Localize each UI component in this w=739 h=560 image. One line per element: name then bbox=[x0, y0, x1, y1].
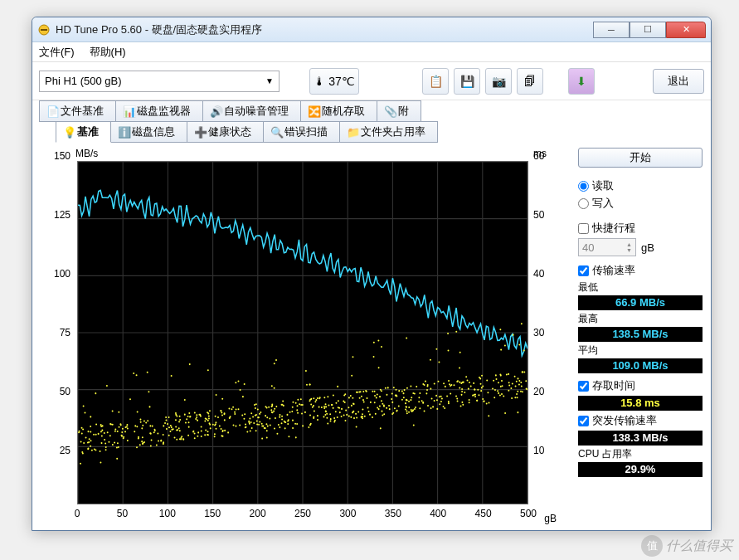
svg-point-252 bbox=[149, 432, 151, 434]
temperature-value: 37℃ bbox=[328, 75, 355, 88]
copy-info-button[interactable]: 📋 bbox=[422, 68, 449, 95]
exit-button[interactable]: 退出 bbox=[653, 69, 704, 94]
svg-point-260 bbox=[194, 437, 196, 439]
svg-point-136 bbox=[101, 430, 103, 431]
access-time-check[interactable]: 存取时间 bbox=[578, 378, 703, 393]
svg-point-381 bbox=[233, 425, 235, 426]
svg-point-550 bbox=[476, 400, 478, 402]
svg-point-399 bbox=[424, 384, 425, 386]
svg-point-193 bbox=[521, 385, 523, 387]
thermometer-icon: 🌡 bbox=[314, 75, 325, 88]
svg-point-347 bbox=[333, 417, 335, 419]
menu-help[interactable]: 帮助(H) bbox=[90, 45, 126, 60]
svg-point-528 bbox=[518, 380, 520, 382]
svg-point-633 bbox=[240, 389, 241, 391]
svg-point-545 bbox=[411, 411, 413, 412]
svg-point-99 bbox=[250, 412, 252, 414]
svg-point-325 bbox=[443, 382, 445, 384]
svg-point-526 bbox=[95, 424, 97, 426]
svg-point-188 bbox=[460, 405, 462, 407]
svg-point-94 bbox=[493, 380, 494, 382]
save-button[interactable]: 💾 bbox=[454, 68, 480, 95]
shortstroke-check[interactable]: 快捷行程 bbox=[578, 221, 703, 236]
svg-point-340 bbox=[506, 374, 508, 376]
svg-point-104 bbox=[271, 385, 273, 387]
svg-point-174 bbox=[114, 441, 115, 443]
svg-point-367 bbox=[142, 436, 143, 438]
svg-point-384 bbox=[95, 392, 96, 394]
titlebar[interactable]: HD Tune Pro 5.60 - 硬盘/固态硬盘实用程序 ─ ☐ ✕ bbox=[32, 17, 711, 42]
options-button[interactable]: ⬇ bbox=[568, 68, 595, 95]
svg-point-664 bbox=[270, 425, 271, 426]
svg-point-382 bbox=[374, 391, 376, 392]
tab-extra[interactable]: 📎附 bbox=[377, 100, 421, 122]
tab-info[interactable]: ℹ️磁盘信息 bbox=[110, 121, 187, 143]
svg-point-366 bbox=[100, 424, 102, 426]
svg-point-642 bbox=[455, 395, 457, 397]
svg-point-414 bbox=[119, 426, 120, 428]
svg-point-648 bbox=[459, 387, 460, 389]
svg-point-548 bbox=[149, 425, 151, 426]
svg-point-666 bbox=[440, 401, 442, 402]
tab-benchmark[interactable]: 💡基准 bbox=[56, 121, 111, 143]
menu-file[interactable]: 文件(F) bbox=[39, 45, 75, 60]
svg-point-124 bbox=[139, 419, 141, 421]
svg-point-584 bbox=[450, 393, 451, 395]
start-button[interactable]: 开始 bbox=[578, 148, 703, 168]
svg-point-606 bbox=[459, 382, 460, 383]
svg-point-97 bbox=[413, 425, 415, 426]
tab-folder-usage[interactable]: 📁文件夹占用率 bbox=[339, 121, 438, 143]
shortstroke-spinner[interactable]: 40▲▼ bbox=[578, 238, 636, 256]
svg-point-556 bbox=[520, 382, 522, 383]
drive-select[interactable]: Phi H1 (500 gB) ▼ bbox=[39, 71, 280, 92]
svg-point-583 bbox=[250, 421, 252, 423]
read-radio[interactable]: 读取 bbox=[578, 178, 703, 193]
svg-point-498 bbox=[450, 385, 451, 387]
svg-point-28 bbox=[419, 407, 421, 409]
tab-error-scan[interactable]: 🔍错误扫描 bbox=[263, 121, 340, 143]
svg-point-255 bbox=[382, 411, 383, 412]
svg-point-125 bbox=[108, 441, 109, 443]
svg-point-592 bbox=[163, 434, 164, 436]
transfer-rate-check[interactable]: 传输速率 bbox=[578, 263, 703, 278]
svg-point-530 bbox=[408, 411, 410, 413]
svg-point-552 bbox=[435, 348, 437, 350]
svg-point-582 bbox=[221, 435, 222, 436]
svg-point-477 bbox=[333, 395, 334, 397]
svg-point-541 bbox=[499, 394, 501, 396]
minimize-button[interactable]: ─ bbox=[593, 22, 630, 38]
svg-point-585 bbox=[314, 401, 316, 402]
svg-point-483 bbox=[500, 375, 502, 377]
svg-point-539 bbox=[465, 376, 467, 377]
svg-point-323 bbox=[90, 446, 91, 447]
body-area: MB/s ms 255075100125150 102030405060 050… bbox=[32, 143, 711, 533]
tab-aam[interactable]: 🔊自动噪音管理 bbox=[202, 100, 301, 122]
svg-point-660 bbox=[292, 420, 294, 421]
svg-point-200 bbox=[117, 442, 119, 444]
svg-point-43 bbox=[124, 431, 126, 432]
svg-point-203 bbox=[508, 390, 509, 392]
maximize-button[interactable]: ☐ bbox=[630, 22, 666, 38]
svg-point-588 bbox=[365, 390, 367, 392]
svg-point-510 bbox=[387, 387, 389, 388]
copy-screenshot-button[interactable]: 🗐 bbox=[517, 68, 543, 95]
tab-disk-monitor[interactable]: 📊磁盘监视器 bbox=[115, 100, 203, 122]
svg-point-531 bbox=[350, 416, 352, 418]
tab-health[interactable]: ➕健康状态 bbox=[187, 121, 264, 143]
app-window: HD Tune Pro 5.60 - 硬盘/固态硬盘实用程序 ─ ☐ ✕ 文件(… bbox=[32, 17, 712, 531]
tab-file-benchmark[interactable]: 📄文件基准 bbox=[39, 100, 116, 122]
screenshot-button[interactable]: 📷 bbox=[485, 68, 512, 95]
write-radio[interactable]: 写入 bbox=[578, 196, 703, 211]
svg-point-604 bbox=[127, 428, 129, 430]
watermark: 值 什么值得买 bbox=[641, 535, 732, 557]
svg-point-685 bbox=[143, 442, 144, 444]
svg-point-527 bbox=[297, 405, 299, 407]
svg-point-698 bbox=[326, 417, 328, 419]
tab-random-access[interactable]: 🔀随机存取 bbox=[300, 100, 377, 122]
svg-point-493 bbox=[185, 421, 187, 423]
svg-point-47 bbox=[266, 416, 268, 418]
close-button[interactable]: ✕ bbox=[666, 22, 706, 38]
svg-point-23 bbox=[396, 389, 397, 391]
svg-point-515 bbox=[426, 389, 428, 391]
burst-check[interactable]: 突发传输速率 bbox=[578, 413, 703, 428]
